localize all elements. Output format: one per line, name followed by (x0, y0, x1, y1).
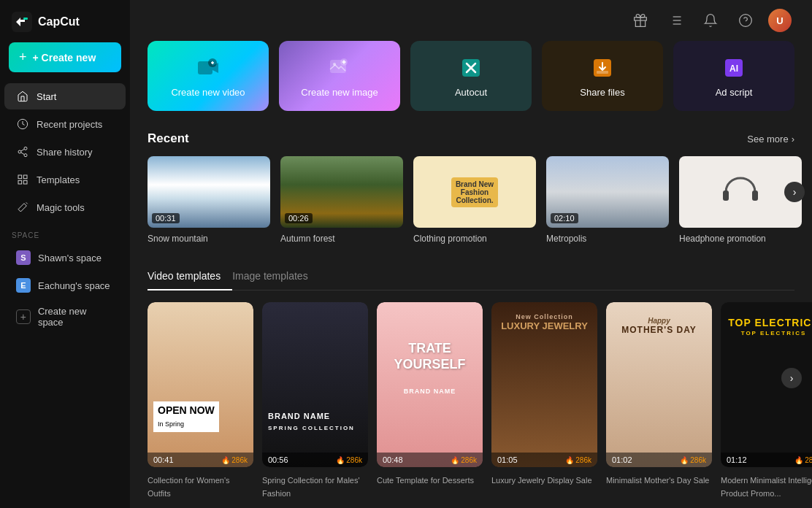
list-button[interactable] (663, 8, 688, 33)
svg-rect-1 (23, 18, 28, 20)
recent-time-2: 00:26 (285, 213, 313, 223)
sidebar-item-templates[interactable]: Templates (4, 166, 126, 193)
help-button[interactable] (733, 8, 758, 33)
grid-icon (16, 173, 29, 186)
template-meta-5: 01:02 🔥 286k (606, 453, 712, 467)
recent-section-header: Recent See more › (148, 131, 794, 146)
sidebar-item-start-label: Start (37, 91, 56, 102)
template-item-4[interactable]: New Collection LUXURY JEWELRY 01:05 🔥 28… (491, 302, 597, 467)
tab-video-templates[interactable]: Video templates (148, 264, 232, 290)
recent-item-3[interactable]: Brand NewFashionCollection. Clothing pro… (413, 156, 536, 244)
sidebar-item-start[interactable]: Start (4, 83, 126, 109)
create-new-space[interactable]: + Create new space (4, 300, 126, 334)
sidebar-space-shawn[interactable]: S Shawn's space (4, 245, 126, 271)
ad-script-card[interactable]: AI Ad script (673, 41, 794, 111)
svg-point-4 (18, 150, 21, 153)
svg-rect-11 (18, 180, 22, 184)
main-content: U Create new video Create new image Auto… (130, 0, 812, 508)
svg-text:AI: AI (729, 64, 738, 74)
create-video-label: Create new video (171, 87, 245, 98)
logo-area: CapCut (0, 0, 130, 42)
template-label-1: Collection for Women's Outfits (148, 473, 253, 499)
recent-thumb-3: Brand NewFashionCollection. (413, 156, 536, 228)
template-item-1[interactable]: OPEN NOWIn Spring 00:41 🔥 286k (148, 302, 253, 467)
svg-rect-34 (597, 71, 608, 74)
template-meta-2: 00:56 🔥 286k (262, 453, 368, 467)
recent-thumb-2: 00:26 (280, 156, 403, 228)
autocut-icon (458, 55, 484, 81)
sidebar-space-eachung[interactable]: E Eachung's space (4, 272, 126, 299)
svg-rect-9 (23, 175, 27, 179)
sidebar-item-recent-label: Recent projects (37, 119, 102, 130)
recent-time-4: 02:10 (551, 213, 578, 223)
template-grid: OPEN NOWIn Spring 00:41 🔥 286k BRAND NAM… (148, 302, 794, 467)
recent-thumb-5 (679, 156, 802, 228)
recent-item-4[interactable]: 02:10 Metropolis (546, 156, 669, 244)
template-thumb-3: TRATEYOURSELF BRAND NAME 00:48 🔥 286k (377, 302, 483, 467)
template-label-4: Luxury Jewelry Display Sale (491, 473, 597, 499)
quick-actions-row: Create new video Create new image Autocu… (148, 41, 794, 111)
home-icon (16, 90, 29, 103)
recent-grid: 00:31 Snow mountain 00:26 Autumn forest … (148, 156, 794, 244)
sidebar-item-share-label: Share history (37, 147, 93, 158)
create-space-label: Create new space (38, 306, 114, 328)
share-files-label: Share files (580, 87, 624, 98)
svg-rect-10 (23, 180, 27, 184)
eachung-space-label: Eachung's space (38, 280, 110, 291)
sidebar: CapCut + + Create new Start Recent proje… (0, 0, 130, 508)
sidebar-item-magic-tools[interactable]: Magic tools (4, 194, 126, 220)
shawn-space-label: Shawn's space (38, 253, 102, 263)
recent-thumb-1: 00:31 (148, 156, 270, 228)
create-image-card[interactable]: Create new image (279, 41, 400, 111)
autocut-card[interactable]: Autocut (410, 41, 532, 111)
recent-item-5[interactable]: Headphone promotion (679, 156, 802, 244)
share-files-card[interactable]: Share files (542, 41, 663, 111)
template-label-5: Minimalist Mother's Day Sale (606, 473, 712, 499)
svg-line-6 (21, 153, 25, 155)
template-item-3[interactable]: TRATEYOURSELF BRAND NAME 00:48 🔥 286k (377, 302, 483, 467)
recent-thumb-4: 02:10 (546, 156, 669, 228)
recent-label-4: Metropolis (546, 234, 669, 244)
ad-script-label: Ad script (716, 87, 753, 98)
template-meta-4: 01:05 🔥 286k (491, 453, 597, 467)
wand-icon (16, 201, 29, 214)
svg-point-5 (24, 154, 27, 157)
sidebar-item-share-history[interactable]: Share history (4, 139, 126, 165)
template-item-2[interactable]: BRAND NAMESPRING COLLECTION 00:56 🔥 286k (262, 302, 368, 467)
template-thumb-2: BRAND NAMESPRING COLLECTION 00:56 🔥 286k (262, 302, 368, 467)
autocut-label: Autocut (455, 87, 487, 98)
recent-label-5: Headphone promotion (679, 234, 802, 244)
svg-point-3 (24, 147, 27, 150)
see-more-button[interactable]: See more › (747, 134, 794, 145)
gift-button[interactable] (628, 8, 653, 33)
ad-script-icon: AI (721, 55, 747, 81)
template-meta-3: 00:48 🔥 286k (377, 453, 483, 467)
share-icon (16, 145, 29, 158)
create-video-card[interactable]: Create new video (148, 41, 269, 111)
recent-scroll-right[interactable]: › (784, 182, 805, 202)
recent-item-2[interactable]: 00:26 Autumn forest (280, 156, 403, 244)
template-label-3: Cute Template for Desserts (377, 473, 483, 499)
create-new-button[interactable]: + + Create new (9, 42, 121, 72)
recent-time-1: 00:31 (152, 213, 180, 223)
space-section-label: SPACE (0, 221, 130, 244)
template-item-5[interactable]: Happy MOTHER'S DAY 01:02 🔥 286k (606, 302, 712, 467)
template-labels-row: Collection for Women's Outfits Spring Co… (148, 473, 794, 499)
recent-item-1[interactable]: 00:31 Snow mountain (148, 156, 270, 244)
clock-icon (16, 118, 29, 131)
recent-label-2: Autumn forest (280, 234, 403, 244)
shawn-avatar: S (16, 250, 31, 265)
tab-image-templates[interactable]: Image templates (232, 264, 320, 290)
svg-rect-8 (18, 175, 22, 179)
capcut-logo-icon (12, 12, 32, 32)
bell-button[interactable] (698, 8, 723, 33)
user-avatar[interactable]: U (768, 9, 792, 32)
sidebar-item-magic-label: Magic tools (37, 202, 85, 213)
template-thumb-4: New Collection LUXURY JEWELRY 01:05 🔥 28… (491, 302, 597, 467)
sidebar-item-recent[interactable]: Recent projects (4, 111, 126, 137)
create-video-icon (195, 55, 221, 81)
svg-rect-38 (752, 190, 758, 201)
template-scroll-right[interactable]: › (781, 368, 802, 388)
template-thumb-1: OPEN NOWIn Spring 00:41 🔥 286k (148, 302, 253, 467)
svg-rect-37 (723, 190, 729, 201)
